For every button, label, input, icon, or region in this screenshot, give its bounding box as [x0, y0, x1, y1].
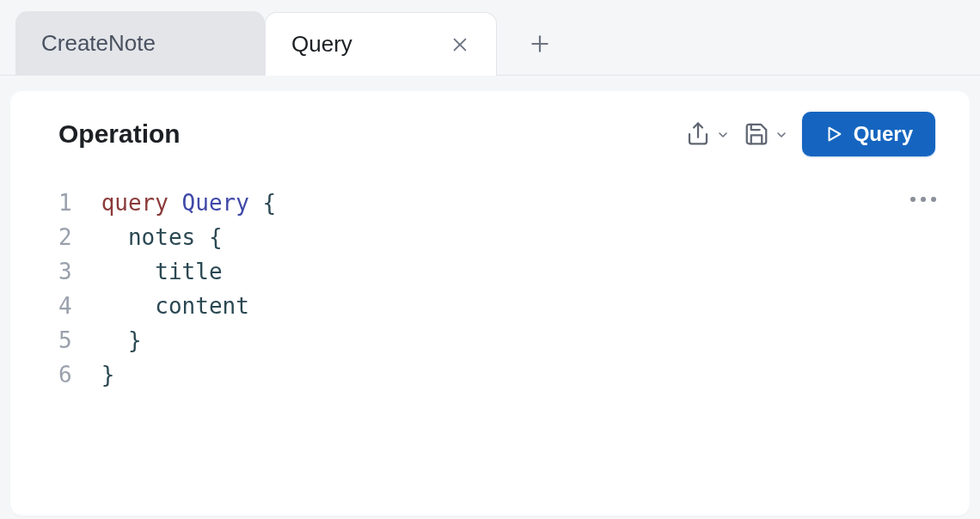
toolbar: Query — [685, 112, 935, 156]
line-number: 2 — [58, 220, 72, 254]
line-number: 6 — [58, 357, 72, 392]
tab-createnote[interactable]: CreateNote — [15, 11, 265, 75]
run-query-button[interactable]: Query — [802, 112, 935, 156]
svg-point-6 — [910, 197, 916, 202]
token-punc: } — [128, 327, 142, 353]
chevron-down-icon — [716, 128, 728, 140]
more-options-button[interactable] — [908, 189, 939, 210]
line-number: 3 — [58, 254, 72, 289]
line-number: 4 — [58, 289, 72, 323]
line-number: 5 — [58, 323, 72, 357]
token-punc: { — [209, 224, 223, 250]
token-punc: { — [263, 190, 277, 216]
svg-point-8 — [931, 197, 936, 202]
token-field: notes — [128, 224, 195, 250]
tab-bar: CreateNote Query — [0, 0, 980, 76]
token-punc: } — [101, 362, 115, 388]
add-tab-button[interactable] — [514, 18, 566, 70]
tab-query[interactable]: Query — [265, 12, 497, 76]
code-body[interactable]: query Query { notes { title content } } — [101, 186, 277, 392]
token-field: title — [155, 259, 222, 284]
save-icon — [744, 121, 769, 147]
tab-label: CreateNote — [41, 30, 156, 57]
export-button[interactable] — [685, 121, 728, 147]
save-button[interactable] — [744, 121, 787, 147]
panel-title: Operation — [58, 119, 181, 149]
tab-label: Query — [291, 31, 352, 58]
run-button-label: Query — [854, 122, 913, 146]
token-name: Query — [182, 190, 249, 216]
operation-panel: Operation — [10, 91, 970, 516]
line-number: 1 — [58, 186, 72, 220]
chevron-down-icon — [775, 128, 787, 140]
close-icon[interactable] — [450, 34, 470, 55]
svg-marker-5 — [829, 128, 840, 141]
share-icon — [685, 121, 711, 147]
code-editor[interactable]: 1 2 3 4 5 6 query Query { notes { title … — [58, 186, 935, 392]
play-icon — [824, 125, 843, 143]
panel-header: Operation — [58, 112, 935, 156]
token-field: content — [155, 293, 249, 319]
token-keyword: query — [101, 190, 168, 216]
svg-point-7 — [921, 197, 926, 202]
line-gutter: 1 2 3 4 5 6 — [58, 186, 101, 392]
